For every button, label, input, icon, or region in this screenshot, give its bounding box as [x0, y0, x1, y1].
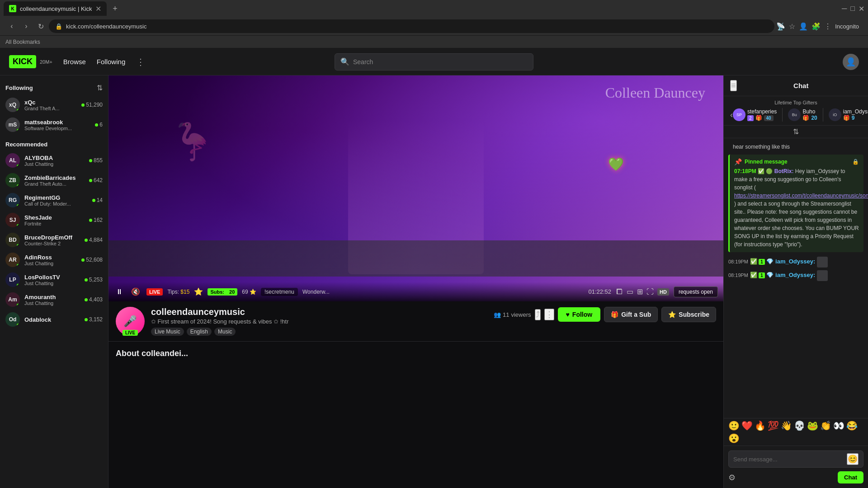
address-bar[interactable]: 🔒 kick.com/colleendaunceymusic — [49, 19, 774, 33]
emoji-pepe[interactable]: 🐸 — [807, 420, 818, 431]
emoji-heart[interactable]: ❤️ — [741, 420, 753, 431]
emoji-skull[interactable]: 💀 — [794, 420, 805, 431]
maximize-button[interactable]: □ — [850, 5, 855, 13]
sidebar-item-info-amouranth: Amouranth Just Chatting — [24, 294, 80, 306]
viewer-dot-zombiebarricades — [89, 179, 92, 182]
share-button[interactable]: ⤴ — [535, 309, 541, 320]
channel-name[interactable]: colleendaunceymusic — [151, 307, 487, 317]
sidebar-item-alyboba[interactable]: AL ALYBOBA Just Chatting 855 — [0, 150, 108, 170]
botrix-icon: 🟢 — [766, 168, 773, 174]
profile-icon[interactable]: 👤 — [799, 22, 808, 31]
live-indicator-mattseabrook — [16, 128, 20, 132]
emoji-picker-button[interactable]: 😊 — [847, 453, 859, 465]
requests-button[interactable]: requests open — [674, 286, 718, 297]
channel-tag-category[interactable]: Music — [214, 328, 236, 336]
viewer-dot-lospollos — [85, 278, 88, 282]
chat-message-2: 08:19PM ✅ 1 💎 iam_Odyssey: — [728, 270, 863, 281]
chat-username-1: iam_Odyssey: — [775, 258, 815, 265]
sidebar-item-shesjlade[interactable]: SJ ShesJade Fortnite 162 — [0, 210, 108, 230]
subscribe-button[interactable]: ⭐ Subscribe — [661, 307, 716, 322]
gifter-item-iam-odyssey[interactable]: iO iam_Odyss... 🎁 9 — [829, 108, 868, 121]
chat-panel: ≡ Chat Lifetime Top Gifters ‹ SP stefanp… — [723, 75, 868, 488]
chat-settings-button[interactable]: ⚙ — [728, 473, 736, 483]
sidebar-item-game-shesjlade: Fortnite — [24, 221, 85, 226]
emoji-smiley[interactable]: 🙂 — [728, 420, 740, 431]
emoji-clap[interactable]: 👏 — [820, 420, 831, 431]
gift-sub-button[interactable]: 🎁 Gift a Sub — [604, 307, 658, 322]
more-nav-button[interactable]: ⋮ — [136, 56, 145, 67]
pause-button[interactable]: ⏸ — [114, 286, 125, 298]
sidebar-item-brucedropemoff[interactable]: BD BruceDropEmOff Counter-Strike 2 4,884 — [0, 230, 108, 250]
sidebar-item-lospollos[interactable]: LP LosPollosTV Just Chatting 5,253 — [0, 270, 108, 290]
bookmark-icon[interactable]: ☆ — [789, 22, 795, 31]
gifter-item-buho[interactable]: Bu Buho 🎁 20 — [788, 108, 817, 121]
tab-close-button[interactable]: ✕ — [95, 5, 101, 13]
more-options-button[interactable]: ⋮ — [544, 309, 554, 320]
chat-message-input[interactable] — [733, 456, 843, 463]
emoji-100[interactable]: 💯 — [768, 420, 779, 431]
follow-button[interactable]: ♥ Follow — [558, 307, 601, 322]
sidebar-item-zombiebarricades[interactable]: ZB ZombieBarricades Grand Theft Auto... … — [0, 170, 108, 190]
sidebar-item-name-xqc: xQc — [24, 99, 77, 106]
sidebar-item-amouranth[interactable]: Am Amouranth Just Chatting 4,403 — [0, 290, 108, 310]
minimize-button[interactable]: ─ — [842, 5, 847, 13]
new-tab-button[interactable]: + — [108, 2, 121, 15]
video-icons: ⧠ ▭ ⊞ ⛶ HD — [616, 287, 669, 296]
main-content: Following ⇅ xQ xQc Grand Theft A... 51,2… — [0, 75, 868, 488]
sidebar-item-name-lospollos: LosPollosTV — [24, 274, 80, 281]
pinned-label: Pinned message — [745, 159, 788, 165]
pinned-time: 07:18PM — [734, 168, 756, 174]
live-badge: LIVE — [146, 288, 163, 296]
fullscreen-icon[interactable]: ⛶ — [646, 288, 654, 296]
sidebar-item-xqc[interactable]: xQ xQc Grand Theft A... 51,290 — [0, 95, 108, 115]
sidebar-item-name-brucedropemoff: BruceDropEmOff — [24, 234, 80, 241]
menu-icon[interactable]: ⋮ — [824, 22, 831, 31]
volume-button[interactable]: 🔇 — [129, 286, 142, 298]
chat-message-1: 08:19PM ✅ 1 💎 iam_Odyssey: — [728, 257, 863, 267]
emoji-wave[interactable]: 👋 — [781, 420, 792, 431]
emoji-fire[interactable]: 🔥 — [755, 420, 766, 431]
multi-view-icon[interactable]: ⊞ — [637, 287, 643, 296]
emoji-pog[interactable]: 😮 — [728, 433, 740, 444]
sidebar-item-adinross[interactable]: AR AdinRoss Just Chatting 52,608 — [0, 250, 108, 270]
emoji-laugh[interactable]: 😂 — [846, 420, 858, 431]
incognito-label: Incognito — [835, 23, 859, 30]
channel-tag-english[interactable]: English — [187, 328, 212, 336]
sidebar: Following ⇅ xQ xQc Grand Theft A... 51,2… — [0, 75, 108, 488]
logo[interactable]: KICK 20M+ — [9, 55, 52, 68]
search-box[interactable]: 🔍 — [335, 53, 533, 70]
tab-favicon: K — [9, 5, 16, 12]
sidebar-item-mattseabrook[interactable]: mS mattseabrook Software Developm... 6 — [0, 115, 108, 135]
live-indicator-lospollos — [16, 283, 20, 287]
pinned-link[interactable]: https://streamersonglist.com/t/colleenda… — [734, 192, 868, 199]
nav-right: 👤 — [843, 54, 859, 70]
viewer-dot-mattseabrook — [95, 123, 98, 127]
channel-avatar-container: 🎤 LIVE — [116, 307, 145, 336]
video-controls: ⏸ 🔇 LIVE Tips: $15 ⭐ Subs: 20 69 ⭐ !secr… — [108, 282, 723, 301]
search-input[interactable] — [353, 58, 528, 66]
clip-icon[interactable]: ⧠ — [616, 288, 623, 296]
sidebar-item-info-lospollos: LosPollosTV Just Chatting — [24, 274, 80, 286]
gifter-item-stefanperies[interactable]: SP stefanperies 2 🎁 40 — [733, 108, 777, 121]
channel-tag-music[interactable]: Live Music — [151, 328, 184, 336]
secret-menu-button[interactable]: !secretmenu — [261, 288, 298, 296]
browser-tab-active[interactable]: K colleendaunceymusic | Kick ✕ — [4, 1, 107, 16]
sidebar-item-odablock[interactable]: Od Odablock 3,152 — [0, 310, 108, 329]
extensions-icon[interactable]: 🧩 — [811, 22, 821, 31]
back-button[interactable]: ‹ — [5, 20, 18, 33]
forward-button[interactable]: › — [20, 20, 33, 33]
theatre-icon[interactable]: ▭ — [627, 287, 633, 296]
reload-button[interactable]: ↻ — [34, 20, 47, 33]
user-avatar[interactable]: 👤 — [843, 54, 859, 70]
following-sort-icon[interactable]: ⇅ — [97, 84, 103, 92]
follow-label: Follow — [572, 311, 592, 318]
emoji-eyes[interactable]: 👀 — [833, 420, 844, 431]
chat-send-button[interactable]: Chat — [838, 471, 863, 483]
cast-icon[interactable]: 📡 — [776, 22, 785, 31]
chat-collapse-button[interactable]: ≡ — [730, 80, 737, 91]
close-window-button[interactable]: ✕ — [859, 5, 864, 13]
following-nav-link[interactable]: Following — [97, 58, 125, 66]
chat-filter-button[interactable]: ⇅ — [793, 127, 799, 136]
browse-nav-link[interactable]: Browse — [63, 58, 86, 66]
sidebar-item-regimentgg[interactable]: RG RegimentGG Call of Duty: Moder... 14 — [0, 190, 108, 210]
